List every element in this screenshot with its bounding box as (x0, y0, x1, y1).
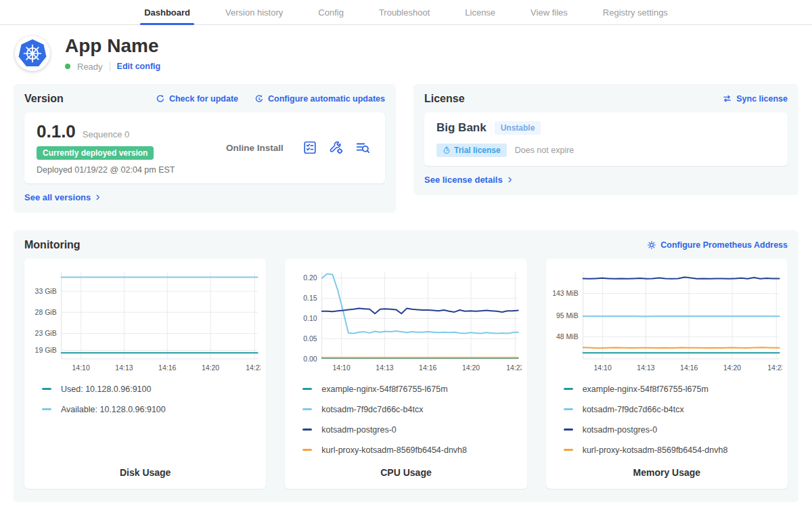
monitoring-card: Monitoring Configure Prometheus Address … (14, 230, 798, 502)
tab-view-files[interactable]: View files (513, 0, 585, 24)
see-all-versions-link[interactable]: See all versions (24, 192, 102, 202)
svg-text:14:16: 14:16 (680, 364, 698, 372)
legend-swatch (42, 388, 51, 390)
legend-item: kotsadm-7f9dc7d66c-b4tcx (564, 405, 782, 414)
top-nav: DashboardVersion historyConfigTroublesho… (0, 0, 812, 25)
gear-icon (647, 240, 656, 250)
chart-title: Memory Usage (551, 456, 782, 478)
svg-text:23 GiB: 23 GiB (35, 329, 57, 337)
chart-canvas: 14:1014:1314:1614:2014:2348 MiB95 MiB143… (551, 267, 782, 376)
check-for-update-button[interactable]: Check for update (156, 94, 238, 104)
edit-config-wrench-icon[interactable] (329, 140, 344, 155)
license-card: License Sync license Big Bank Unstable (413, 84, 798, 195)
svg-text:95 MiB: 95 MiB (556, 311, 579, 319)
svg-text:14:10: 14:10 (72, 364, 90, 372)
tab-registry-settings[interactable]: Registry settings (585, 0, 685, 24)
tab-license[interactable]: License (447, 0, 513, 24)
version-sequence: Sequence 0 (83, 129, 129, 139)
svg-text:14:23: 14:23 (767, 364, 782, 372)
svg-text:14:10: 14:10 (593, 364, 611, 372)
svg-text:0.15: 0.15 (304, 294, 318, 302)
sync-license-button[interactable]: Sync license (722, 93, 788, 104)
version-card-title: Version (24, 93, 64, 105)
chart-card: 14:1014:1314:1614:2014:2319 GiB23 GiB28 … (24, 259, 266, 489)
svg-text:14:23: 14:23 (507, 364, 522, 372)
svg-text:14:10: 14:10 (333, 364, 351, 372)
chart-legend: example-nginx-54f8f76755-l675mkotsadm-7f… (302, 385, 521, 455)
app-logo (15, 36, 50, 71)
chart-legend: example-nginx-54f8f76755-l675mkotsadm-7f… (564, 385, 782, 455)
app-status-text: Ready (77, 62, 103, 72)
svg-text:14:20: 14:20 (462, 364, 480, 372)
see-license-details-link[interactable]: See license details (424, 175, 514, 185)
tab-version-history[interactable]: Version history (208, 0, 300, 24)
legend-swatch (564, 408, 573, 410)
legend-item: kurl-proxy-kotsadm-8569fb6454-dnvh8 (302, 445, 521, 455)
svg-text:14:16: 14:16 (158, 364, 176, 372)
legend-item: Available: 10.128.0.96:9100 (42, 405, 261, 414)
charts-row: 14:1014:1314:1614:2014:2319 GiB23 GiB28 … (24, 259, 788, 489)
app-header: App Name Ready Edit config (15, 36, 798, 72)
legend-item: kotsadm-postgres-0 (302, 425, 521, 435)
chart-card: 14:1014:1314:1614:2014:2348 MiB95 MiB143… (546, 259, 788, 489)
tab-troubleshoot[interactable]: Troubleshoot (361, 0, 447, 24)
legend-label: kurl-proxy-kotsadm-8569fb6454-dnvh8 (321, 445, 467, 455)
legend-label: example-nginx-54f8f76755-l675m (321, 385, 447, 394)
legend-item: kotsadm-postgres-0 (564, 425, 782, 435)
svg-text:48 MiB: 48 MiB (556, 332, 579, 341)
chart-legend: Used: 10.128.0.96:9100Available: 10.128.… (42, 385, 261, 414)
deployed-timestamp: Deployed 01/19/22 @ 02:04 pm EST (37, 165, 207, 175)
legend-item: kurl-proxy-kotsadm-8569fb6454-dnvh8 (564, 445, 782, 455)
svg-text:0.10: 0.10 (304, 314, 318, 322)
license-panel: Big Bank Unstable Trial license Does not… (424, 112, 788, 166)
legend-swatch (564, 388, 573, 390)
chart-canvas: 14:1014:1314:1614:2014:230.000.050.100.1… (290, 267, 521, 376)
license-customer-name: Big Bank (436, 121, 487, 135)
edit-config-link[interactable]: Edit config (117, 62, 161, 71)
legend-label: example-nginx-54f8f76755-l675m (583, 385, 708, 394)
svg-text:14:20: 14:20 (202, 364, 219, 372)
chevron-right-icon (506, 176, 514, 183)
legend-swatch (42, 408, 51, 410)
legend-item: example-nginx-54f8f76755-l675m (302, 385, 521, 394)
nav-tabs: DashboardVersion historyConfigTroublesho… (127, 0, 685, 24)
ready-status-dot (65, 64, 70, 69)
chevron-right-icon (94, 194, 102, 201)
legend-swatch (302, 408, 312, 410)
svg-text:28 GiB: 28 GiB (35, 308, 57, 316)
stopwatch-icon (443, 146, 451, 154)
legend-label: kotsadm-7f9dc7d66c-b4tcx (583, 405, 684, 414)
trial-license-badge: Trial license (436, 144, 507, 157)
configure-prometheus-button[interactable]: Configure Prometheus Address (647, 240, 788, 250)
svg-text:14:13: 14:13 (376, 364, 394, 372)
tab-config[interactable]: Config (300, 0, 361, 24)
svg-text:14:20: 14:20 (723, 364, 741, 372)
svg-text:0.20: 0.20 (304, 273, 318, 282)
tab-dashboard[interactable]: Dashboard (127, 0, 208, 24)
install-type-label: Online Install (207, 143, 302, 153)
legend-swatch (564, 429, 573, 431)
legend-label: kotsadm-postgres-0 (321, 425, 396, 435)
kubernetes-logo-icon (17, 38, 48, 69)
svg-text:14:16: 14:16 (419, 364, 436, 372)
divider (110, 62, 110, 71)
svg-text:19 GiB: 19 GiB (35, 346, 57, 354)
deploy-logs-icon[interactable] (355, 140, 370, 155)
legend-item: example-nginx-54f8f76755-l675m (564, 385, 782, 394)
legend-swatch (564, 449, 573, 451)
svg-text:143 MiB: 143 MiB (552, 289, 579, 297)
current-version-panel: 0.1.0 Sequence 0 Currently deployed vers… (24, 112, 385, 183)
legend-label: Available: 10.128.0.96:9100 (61, 405, 166, 414)
refresh-icon (156, 94, 165, 104)
chart-card: 14:1014:1314:1614:2014:230.000.050.100.1… (285, 259, 526, 489)
legend-label: kotsadm-postgres-0 (583, 425, 657, 435)
preflight-checklist-icon[interactable] (302, 140, 317, 155)
sync-icon (722, 93, 732, 104)
main-content: App Name Ready Edit config Version Check… (0, 36, 812, 502)
configure-automatic-updates-button[interactable]: Configure automatic updates (254, 94, 385, 104)
version-card: Version Check for update Configure autom… (14, 84, 396, 213)
channel-badge: Unstable (495, 121, 541, 135)
legend-label: kotsadm-7f9dc7d66c-b4tcx (321, 405, 423, 414)
legend-item: kotsadm-7f9dc7d66c-b4tcx (302, 405, 521, 414)
currently-deployed-badge: Currently deployed version (37, 146, 154, 160)
